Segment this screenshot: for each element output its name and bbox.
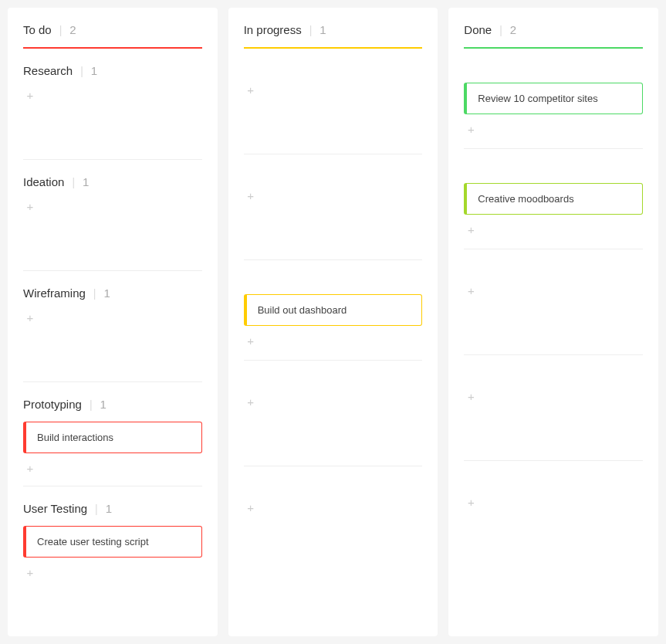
plus-icon: + <box>468 223 475 236</box>
add-card-button[interactable]: + <box>244 395 258 408</box>
separator: | <box>80 65 83 77</box>
lane-ideation-inprogress: + <box>244 154 423 260</box>
plus-icon: + <box>468 496 475 509</box>
lane-usertesting-inprogress: + <box>244 466 423 567</box>
plus-icon: + <box>247 501 254 514</box>
add-card-button[interactable]: + <box>464 495 478 509</box>
lane-wireframing-todo: Wireframing | 1 + <box>23 271 202 382</box>
plus-icon: + <box>27 200 34 213</box>
card-title: Review 10 competitor sites <box>478 93 597 104</box>
separator: | <box>309 24 313 36</box>
separator: | <box>90 398 93 411</box>
plus-icon: + <box>247 334 254 347</box>
column-count: 1 <box>319 23 326 36</box>
separator: | <box>93 287 96 300</box>
plus-icon: + <box>468 123 475 136</box>
plus-icon: + <box>468 390 475 403</box>
add-card-button[interactable]: + <box>464 283 478 297</box>
column-header-inprogress: In progress | 1 <box>244 23 423 49</box>
lane-count: 1 <box>91 64 97 77</box>
lane-count: 1 <box>106 502 112 515</box>
lane-prototyping-done: + <box>464 355 643 461</box>
lane-ideation-done: Creative moodboards + <box>464 149 643 249</box>
plus-icon: + <box>27 462 34 475</box>
column-done: Done | 2 Review 10 competitor sites + Cr… <box>448 8 658 636</box>
plus-icon: + <box>247 83 254 97</box>
separator: | <box>499 24 502 36</box>
lane-header: Research | 1 <box>23 64 202 77</box>
lane-ideation-todo: Ideation | 1 + <box>23 160 202 271</box>
lane-usertesting-done: + <box>464 461 643 561</box>
lane-count: 1 <box>104 286 110 300</box>
card-creative-moodboards[interactable]: Creative moodboards <box>464 183 643 215</box>
add-card-button[interactable]: + <box>464 389 478 403</box>
lane-title: Research <box>23 64 73 77</box>
lane-research-done: Review 10 competitor sites + <box>464 49 643 149</box>
plus-icon: + <box>27 566 34 579</box>
plus-icon: + <box>247 189 254 202</box>
add-card-button[interactable]: + <box>244 500 258 514</box>
plus-icon: + <box>27 311 34 324</box>
separator: | <box>95 503 98 515</box>
add-card-button[interactable]: + <box>23 461 37 475</box>
lane-prototyping-todo: Prototyping | 1 Build interactions + <box>23 382 202 486</box>
lane-header: User Testing | 1 <box>23 502 202 515</box>
lane-header: Prototyping | 1 <box>23 398 202 411</box>
column-header-todo: To do | 2 <box>23 23 202 49</box>
add-card-button[interactable]: + <box>464 122 478 136</box>
card-build-interactions[interactable]: Build interactions <box>23 422 202 453</box>
lane-prototyping-inprogress: + <box>244 361 423 466</box>
lane-title: Ideation <box>23 175 64 188</box>
column-title: To do <box>23 23 52 36</box>
add-card-button[interactable]: + <box>23 310 37 324</box>
lane-title: Wireframing <box>23 286 86 300</box>
lane-research-todo: Research | 1 + <box>23 49 202 160</box>
lane-header: Wireframing | 1 <box>23 286 202 300</box>
lane-header: Ideation | 1 <box>23 175 202 188</box>
lane-research-inprogress: + <box>244 49 423 154</box>
card-title: Build out dashboard <box>258 304 347 316</box>
plus-icon: + <box>468 284 475 297</box>
card-review-competitors[interactable]: Review 10 competitor sites <box>464 83 643 114</box>
column-count: 2 <box>510 23 516 36</box>
add-card-button[interactable]: + <box>244 83 258 97</box>
add-card-button[interactable]: + <box>464 222 478 236</box>
lane-wireframing-done: + <box>464 249 643 355</box>
card-title: Build interactions <box>37 432 113 443</box>
card-title: Creative moodboards <box>478 193 573 205</box>
column-todo: To do | 2 Research | 1 + Ideation | 1 + … <box>8 8 218 636</box>
lane-title: Prototyping <box>23 398 82 411</box>
lane-count: 1 <box>100 398 106 411</box>
separator: | <box>72 176 75 188</box>
card-user-testing-script[interactable]: Create user testing script <box>23 526 202 558</box>
lane-wireframing-inprogress: Build out dashboard + <box>244 260 423 361</box>
column-count: 2 <box>69 23 76 36</box>
separator: | <box>59 24 63 36</box>
card-build-dashboard[interactable]: Build out dashboard <box>244 294 423 326</box>
lane-title: User Testing <box>23 502 87 515</box>
column-title: In progress <box>244 23 302 36</box>
column-header-done: Done | 2 <box>464 23 643 49</box>
lane-usertesting-todo: User Testing | 1 Create user testing scr… <box>23 486 202 590</box>
column-title: Done <box>464 23 492 36</box>
add-card-button[interactable]: + <box>23 88 37 102</box>
add-card-button[interactable]: + <box>23 199 37 213</box>
plus-icon: + <box>27 89 34 102</box>
add-card-button[interactable]: + <box>23 565 37 579</box>
lane-count: 1 <box>83 175 89 188</box>
plus-icon: + <box>247 395 254 408</box>
column-inprogress: In progress | 1 + + Build out dashboard … <box>228 8 438 636</box>
card-title: Create user testing script <box>37 536 149 547</box>
add-card-button[interactable]: + <box>244 334 258 347</box>
add-card-button[interactable]: + <box>244 188 258 202</box>
